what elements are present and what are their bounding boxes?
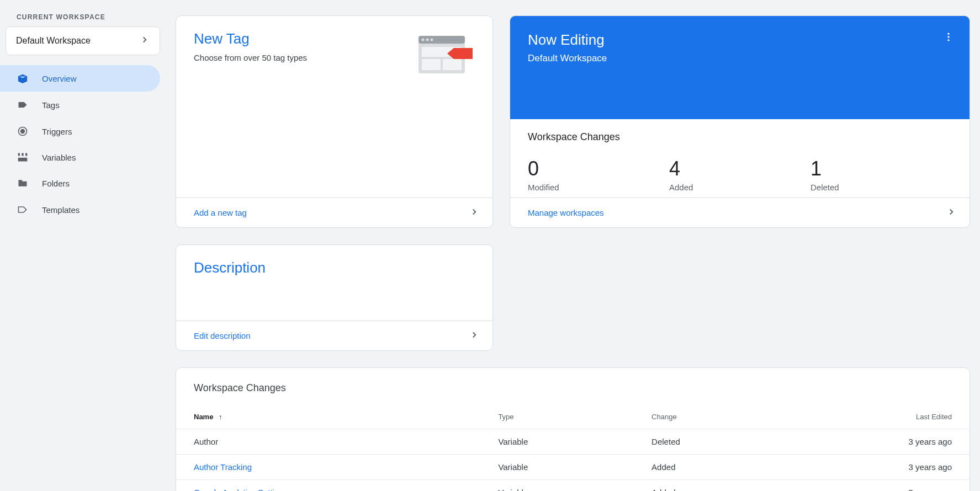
sidebar-item-templates[interactable]: Templates — [0, 196, 160, 223]
row-last-edited: 3 years ago — [785, 480, 970, 492]
stat-modified: 0Modified — [528, 157, 669, 192]
stat-label: Modified — [528, 183, 669, 192]
row-name: Author — [176, 429, 480, 455]
svg-rect-5 — [18, 158, 28, 162]
tag-icon — [17, 99, 29, 110]
svg-point-8 — [422, 39, 425, 41]
row-type: Variable — [480, 455, 634, 480]
svg-rect-3 — [22, 153, 23, 156]
table-row[interactable]: AuthorVariableDeleted3 years ago — [176, 429, 970, 455]
chevron-right-icon — [140, 35, 150, 47]
now-editing-card: Now Editing Default Workspace Workspace … — [510, 15, 970, 228]
box-icon — [17, 73, 29, 84]
stat-label: Deleted — [811, 183, 952, 192]
add-new-tag-label: Add a new tag — [194, 208, 247, 217]
more-menu-icon[interactable] — [943, 31, 954, 44]
sidebar-item-label: Templates — [42, 205, 80, 215]
trigger-icon — [17, 126, 29, 137]
sidebar-item-label: Variables — [42, 153, 76, 162]
sidebar-item-label: Folders — [42, 179, 70, 188]
stat-value: 1 — [811, 157, 952, 180]
svg-rect-7 — [419, 36, 465, 44]
svg-rect-2 — [18, 153, 20, 156]
svg-point-1 — [21, 130, 25, 134]
description-title: Description — [194, 259, 475, 276]
chevron-right-icon — [469, 330, 479, 341]
stat-label: Added — [669, 183, 811, 192]
new-tag-card: New Tag Choose from over 50 tag types — [176, 15, 493, 228]
row-last-edited: 3 years ago — [785, 455, 970, 480]
row-change: Deleted — [634, 429, 785, 455]
workspace-changes-table-title: Workspace Changes — [176, 382, 970, 405]
sidebar-item-triggers[interactable]: Triggers — [0, 118, 160, 145]
sidebar-item-label: Triggers — [42, 127, 72, 136]
chevron-right-icon — [469, 207, 479, 218]
svg-rect-12 — [422, 59, 441, 70]
tag-illustration-icon — [415, 33, 476, 78]
column-type[interactable]: Type — [480, 405, 634, 429]
table-row[interactable]: Author TrackingVariableAdded3 years ago — [176, 455, 970, 480]
sidebar-item-label: Overview — [42, 74, 77, 83]
workspace-name: Default Workspace — [16, 36, 91, 46]
current-workspace-label: CURRENT WORKSPACE — [0, 13, 166, 26]
svg-point-14 — [947, 33, 949, 35]
svg-point-15 — [947, 36, 949, 38]
sidebar-item-variables[interactable]: Variables — [0, 145, 160, 170]
stat-added: 4Added — [669, 157, 811, 192]
workspace-changes-table-card: Workspace Changes Name ↑ Type Change Las… — [176, 367, 970, 491]
now-editing-workspace: Default Workspace — [528, 53, 952, 64]
row-name[interactable]: Google Analytics Settings — [176, 480, 480, 492]
sidebar-item-folders[interactable]: Folders — [0, 170, 160, 196]
row-change: Added — [634, 455, 785, 480]
now-editing-title: Now Editing — [528, 31, 952, 49]
table-row[interactable]: Google Analytics SettingsVariableAdded3 … — [176, 480, 970, 492]
svg-point-16 — [947, 39, 949, 41]
column-name[interactable]: Name ↑ — [176, 405, 480, 429]
variables-icon — [17, 152, 29, 162]
add-new-tag-button[interactable]: Add a new tag — [176, 198, 492, 227]
template-icon — [17, 204, 29, 215]
sidebar-item-tags[interactable]: Tags — [0, 92, 160, 118]
edit-description-label: Edit description — [194, 331, 251, 340]
row-last-edited: 3 years ago — [785, 429, 970, 455]
row-type: Variable — [480, 480, 634, 492]
stat-value: 4 — [669, 157, 811, 180]
stat-value: 0 — [528, 157, 669, 180]
workspace-changes-title: Workspace Changes — [528, 131, 952, 143]
row-change: Added — [634, 480, 785, 492]
svg-rect-4 — [25, 153, 27, 156]
folder-icon — [17, 178, 29, 189]
workspace-changes-table: Name ↑ Type Change Last Edited AuthorVar… — [176, 405, 970, 491]
workspace-selector[interactable]: Default Workspace — [6, 26, 160, 55]
stat-deleted: 1Deleted — [811, 157, 952, 192]
chevron-right-icon — [946, 207, 956, 218]
column-last-edited[interactable]: Last Edited — [785, 405, 970, 429]
sort-ascending-icon: ↑ — [219, 413, 223, 421]
sidebar-item-overview[interactable]: Overview — [0, 65, 160, 92]
sidebar-nav: OverviewTagsTriggersVariablesFoldersTemp… — [0, 65, 166, 223]
manage-workspaces-button[interactable]: Manage workspaces — [510, 198, 970, 227]
row-type: Variable — [480, 429, 634, 455]
manage-workspaces-label: Manage workspaces — [528, 208, 604, 217]
description-card: Description Edit description — [176, 244, 493, 351]
column-change[interactable]: Change — [634, 405, 785, 429]
svg-point-10 — [431, 39, 433, 41]
sidebar-item-label: Tags — [42, 100, 60, 110]
row-name[interactable]: Author Tracking — [176, 455, 480, 480]
svg-rect-13 — [443, 59, 462, 70]
svg-point-9 — [426, 39, 429, 41]
edit-description-button[interactable]: Edit description — [176, 321, 492, 350]
